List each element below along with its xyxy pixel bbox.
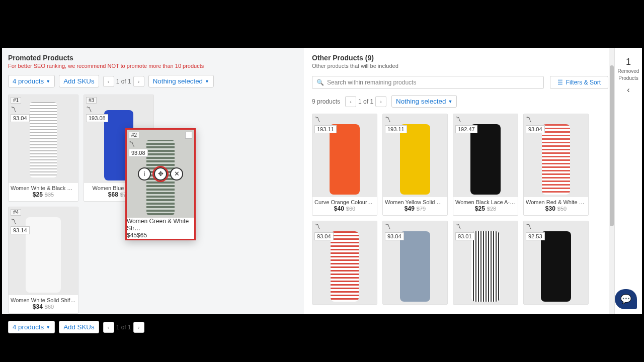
promoted-card[interactable]: #4 〽 93.14 Women White Solid Shift … $34…: [8, 207, 78, 314]
seo-warning: For better SEO ranking, we recommend NOT…: [8, 63, 298, 69]
app-frame: Promoted Products For better SEO ranking…: [2, 48, 642, 314]
trend-up-icon: 〽: [86, 106, 92, 113]
score-badge: 93.14: [11, 226, 30, 234]
chat-fab[interactable]: 💬: [615, 289, 637, 309]
selection-dropdown[interactable]: Nothing selected▼: [148, 75, 214, 87]
page-prev-button[interactable]: ‹: [103, 322, 114, 333]
product-price: $25: [33, 191, 43, 198]
caret-down-icon: ▼: [448, 99, 452, 104]
trend-up-icon: 〽: [11, 218, 17, 225]
other-card[interactable]: 〽 193.11 Women Yellow Solid Midi…$49$79: [382, 114, 448, 216]
products-dropdown[interactable]: 4 products▼: [8, 75, 55, 87]
score-badge: 93.04: [314, 232, 334, 240]
add-skus-button[interactable]: Add SKUs: [59, 75, 99, 87]
product-title: Women White Solid Shift …: [11, 297, 76, 303]
page-prev-button[interactable]: ‹: [103, 76, 114, 87]
caret-down-icon: ▼: [46, 325, 50, 330]
promoted-pane: Promoted Products For better SEO ranking…: [2, 48, 304, 314]
product-image: i ✥ ✕: [127, 130, 194, 218]
removed-label: Removed: [615, 68, 642, 74]
product-title: Women Red & White Stri…: [526, 199, 586, 205]
search-placeholder: Search within remaining products: [327, 79, 416, 86]
trend-up-icon: 〽: [455, 223, 461, 230]
caret-down-icon: ▼: [205, 79, 209, 84]
other-title: Other Products (9): [312, 54, 608, 62]
pager-top: ‹ 1 of 1 ›: [103, 76, 144, 87]
product-price: $34: [33, 303, 43, 310]
product-price: $25: [475, 205, 485, 212]
page-label: 1 of 1: [116, 78, 131, 85]
search-row: 🔍 Search within remaining products ☰Filt…: [306, 72, 614, 93]
rank-badge: #1: [11, 97, 21, 104]
dragging-card[interactable]: #2 〽 93.08 i ✥ ✕ Women Green & White Str…: [125, 128, 196, 240]
trend-up-icon: 〽: [385, 116, 391, 123]
page-prev-button[interactable]: ‹: [345, 96, 356, 107]
score-badge: 192.47: [455, 125, 477, 133]
score-badge: 93.04: [385, 232, 404, 240]
search-icon: 🔍: [316, 79, 324, 86]
other-card[interactable]: 〽 93.04: [382, 221, 448, 305]
product-old-price: $35: [45, 192, 54, 198]
move-icon[interactable]: ✥: [154, 167, 167, 180]
product-title: Women Yellow Solid Midi…: [385, 199, 445, 205]
products-count: 9 products: [312, 98, 340, 105]
product-price: $30: [545, 205, 555, 212]
chevron-left-icon[interactable]: ‹: [615, 85, 642, 95]
trend-up-icon: 〽: [314, 116, 320, 123]
product-price: $40: [334, 205, 344, 212]
other-toolbar: 9 products ‹ 1 of 1 › Nothing selected▼: [306, 93, 614, 110]
product-price: $68: [108, 191, 118, 198]
pager-bottom: ‹ 1 of 1 ›: [103, 322, 144, 333]
trend-up-icon: 〽: [385, 223, 391, 230]
trend-up-icon: 〽: [526, 223, 532, 230]
other-pane: Other Products (9) Other products that w…: [306, 48, 614, 314]
promoted-toolbar-bottom: 4 products▼ Add SKUs ‹ 1 of 1 ›: [2, 318, 304, 336]
product-title: Women Black Lace A-Lin…: [455, 199, 516, 205]
product-title: Women Green & White Str…: [127, 218, 194, 232]
other-card[interactable]: 〽 192.47 Women Black Lace A-Lin…$25$28: [453, 114, 518, 216]
trend-up-icon: 〽: [314, 223, 320, 230]
product-image: [9, 95, 78, 183]
other-card[interactable]: 〽 193.11 Curve Orange Coloured S…$40$60: [312, 114, 377, 216]
removed-label2: Products: [615, 75, 642, 81]
product-old-price: $28: [487, 206, 496, 212]
removed-pane: 1 Removed Products ‹: [614, 48, 642, 314]
add-skus-button[interactable]: Add SKUs: [59, 321, 99, 333]
promoted-grid: #1 〽 93.04 Women White & Black Stri… $25…: [2, 90, 304, 318]
search-input[interactable]: 🔍 Search within remaining products: [312, 76, 544, 89]
other-card[interactable]: 〽 92.53: [523, 221, 589, 305]
page-label: 1 of 1: [358, 98, 373, 105]
other-grid: 〽 193.11 Curve Orange Coloured S…$40$60 …: [306, 110, 614, 309]
trend-up-icon: 〽: [526, 116, 532, 123]
product-old-price: $60: [346, 206, 355, 212]
removed-count: 1: [615, 57, 642, 67]
product-old-price: $60: [45, 304, 54, 310]
close-icon[interactable]: ✕: [170, 167, 183, 180]
selection-dropdown[interactable]: Nothing selected▼: [391, 95, 457, 108]
product-price: $45: [127, 232, 137, 239]
filter-icon: ☰: [557, 79, 563, 86]
product-old-price: $65: [137, 232, 147, 239]
score-badge: 193.11: [385, 125, 407, 133]
caret-down-icon: ▼: [46, 79, 50, 84]
score-badge: 92.53: [526, 232, 545, 240]
products-dropdown[interactable]: 4 products▼: [8, 321, 55, 333]
other-card[interactable]: 〽 93.04: [312, 221, 377, 305]
page-next-button[interactable]: ›: [133, 322, 144, 333]
page-label: 1 of 1: [116, 324, 131, 331]
promoted-card[interactable]: #1 〽 93.04 Women White & Black Stri… $25…: [8, 95, 78, 202]
page-next-button[interactable]: ›: [375, 96, 386, 107]
page-next-button[interactable]: ›: [133, 76, 144, 87]
score-badge: 93.01: [455, 232, 474, 240]
score-badge: 193.08: [86, 114, 108, 122]
rank-badge: #3: [86, 97, 97, 104]
other-card[interactable]: 〽 93.01: [453, 221, 518, 305]
other-subtitle: Other products that will be included: [312, 63, 608, 69]
rank-badge: #4: [11, 209, 21, 216]
promoted-toolbar: 4 products▼ Add SKUs ‹ 1 of 1 › Nothing …: [2, 72, 304, 90]
product-old-price: $50: [557, 206, 567, 212]
info-icon[interactable]: i: [138, 167, 151, 180]
other-card[interactable]: 〽 93.04 Women Red & White Stri…$30$50: [523, 114, 589, 216]
filters-sort-button[interactable]: ☰Filters & Sort: [550, 76, 608, 89]
score-badge: 193.11: [314, 125, 337, 133]
